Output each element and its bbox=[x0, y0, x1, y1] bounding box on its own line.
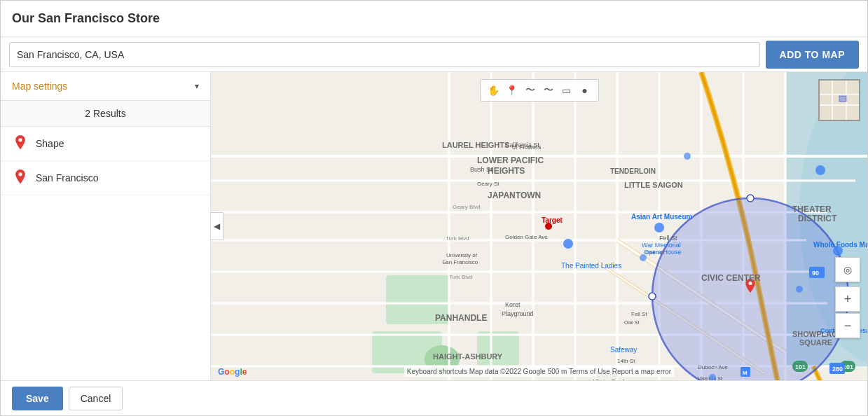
add-to-map-button[interactable]: ADD TO MAP bbox=[766, 41, 859, 69]
search-bar: ADD TO MAP bbox=[1, 37, 867, 72]
svg-text:Opera House: Opera House bbox=[644, 249, 682, 256]
result-item-sf-label: San Francisco bbox=[36, 172, 98, 183]
sidebar-collapse-arrow[interactable]: ◀ bbox=[211, 212, 223, 240]
circle-tool-icon[interactable]: ● bbox=[577, 83, 593, 98]
svg-text:Fell St: Fell St bbox=[659, 235, 677, 242]
map-thumbnail[interactable] bbox=[818, 79, 860, 121]
svg-text:San Francisco: San Francisco bbox=[442, 259, 478, 265]
list-item[interactable]: San Francisco bbox=[1, 161, 210, 195]
svg-text:14th St: 14th St bbox=[617, 358, 635, 364]
svg-text:of Flowers: of Flowers bbox=[512, 144, 542, 151]
svg-text:LAUREL HEIGHTS: LAUREL HEIGHTS bbox=[442, 141, 509, 149]
svg-text:SQUARE: SQUARE bbox=[799, 338, 832, 347]
svg-text:Oak St: Oak St bbox=[624, 320, 639, 325]
svg-text:Turk Blvd: Turk Blvd bbox=[449, 274, 473, 280]
svg-text:Playground: Playground bbox=[502, 310, 534, 317]
svg-text:Koret: Koret bbox=[505, 301, 521, 308]
map-background: California St Bush St Geary St Golden Ga… bbox=[211, 72, 867, 380]
svg-text:Asian Art Museum: Asian Art Museum bbox=[631, 213, 693, 221]
svg-point-90 bbox=[796, 286, 803, 293]
google-logo: Google bbox=[218, 367, 247, 377]
bottom-bar: Save Cancel bbox=[1, 380, 867, 415]
svg-point-81 bbox=[654, 223, 664, 233]
svg-text:The Painted Ladies: The Painted Ladies bbox=[561, 262, 621, 270]
rectangle-tool-icon[interactable]: ▭ bbox=[559, 83, 574, 98]
svg-text:PANHANDLE: PANHANDLE bbox=[435, 313, 487, 323]
map-settings-row[interactable]: Map settings ▾ bbox=[1, 72, 210, 101]
svg-rect-155 bbox=[839, 96, 846, 102]
svg-text:CIVIC CENTER: CIVIC CENTER bbox=[701, 273, 761, 283]
svg-text:THEATER: THEATER bbox=[792, 204, 832, 214]
svg-text:TENDERLOIN: TENDERLOIN bbox=[610, 167, 656, 175]
svg-text:M: M bbox=[743, 370, 748, 376]
zoom-out-button[interactable]: − bbox=[835, 313, 860, 338]
map-attribution: Keyboard shortcuts Map data ©2022 Google… bbox=[404, 366, 674, 377]
svg-point-82 bbox=[815, 165, 825, 175]
app-container: Our San Francisco Store ADD TO MAP Map s… bbox=[0, 0, 868, 416]
svg-point-38 bbox=[747, 195, 754, 202]
map-settings-label: Map settings bbox=[12, 81, 67, 92]
svg-text:Vista Park: Vista Park bbox=[593, 379, 627, 380]
svg-text:Safeway: Safeway bbox=[610, 346, 637, 354]
chevron-down-icon: ▾ bbox=[195, 81, 199, 91]
svg-text:Duboc» Ave: Duboc» Ave bbox=[698, 364, 729, 370]
svg-rect-7 bbox=[477, 331, 519, 366]
svg-point-91 bbox=[684, 153, 691, 160]
results-count: 2 Results bbox=[1, 101, 210, 127]
svg-point-1 bbox=[18, 172, 22, 176]
map-area[interactable]: California St Bush St Geary St Golden Ga… bbox=[211, 72, 867, 380]
hand-tool-icon[interactable]: ✋ bbox=[486, 83, 502, 98]
svg-text:JAPANTOWN: JAPANTOWN bbox=[488, 190, 541, 200]
sidebar: Map settings ▾ 2 Results Shape San Franc… bbox=[1, 72, 211, 380]
svg-text:Whole Foods Market: Whole Foods Market bbox=[813, 241, 867, 249]
search-input[interactable] bbox=[9, 42, 760, 67]
line-tool-icon[interactable]: 〜 bbox=[541, 83, 556, 98]
svg-text:Geary Blvd: Geary Blvd bbox=[453, 204, 481, 210]
svg-text:University of: University of bbox=[446, 252, 478, 258]
svg-point-0 bbox=[18, 138, 22, 141]
polyline-tool-icon[interactable]: 〜 bbox=[523, 83, 538, 98]
map-controls: ◎ + − bbox=[835, 257, 860, 338]
cancel-button[interactable]: Cancel bbox=[69, 387, 123, 410]
svg-text:101: 101 bbox=[795, 363, 806, 370]
svg-text:LITTLE SAIGON: LITTLE SAIGON bbox=[624, 181, 683, 189]
svg-point-80 bbox=[563, 239, 573, 249]
svg-text:280: 280 bbox=[832, 366, 843, 373]
svg-text:Fell St: Fell St bbox=[631, 311, 647, 317]
svg-text:LOWER PACIFIC: LOWER PACIFIC bbox=[477, 155, 544, 165]
pin-icon bbox=[12, 169, 29, 186]
pin-tool-icon[interactable]: 📍 bbox=[504, 83, 520, 98]
svg-text:Golden Gate Ave: Golden Gate Ave bbox=[505, 234, 548, 240]
list-item[interactable]: Shape bbox=[1, 127, 210, 161]
svg-text:HEIGHTS: HEIGHTS bbox=[488, 166, 525, 176]
zoom-in-button[interactable]: + bbox=[835, 286, 860, 312]
map-toolbar: ✋ 📍 〜 〜 ▭ ● bbox=[480, 79, 599, 102]
svg-text:War Memorial: War Memorial bbox=[642, 242, 681, 249]
location-button[interactable]: ◎ bbox=[835, 257, 860, 282]
save-button[interactable]: Save bbox=[12, 387, 63, 410]
svg-text:Target: Target bbox=[542, 216, 563, 224]
title-bar: Our San Francisco Store bbox=[1, 1, 867, 37]
page-title: Our San Francisco Store bbox=[12, 11, 160, 26]
pin-icon bbox=[12, 135, 29, 152]
svg-point-36 bbox=[649, 293, 656, 300]
result-item-shape-label: Shape bbox=[36, 138, 64, 149]
svg-text:HAIGHT-ASHBURY: HAIGHT-ASHBURY bbox=[433, 352, 503, 361]
svg-text:Geary St: Geary St bbox=[477, 181, 500, 187]
svg-text:90: 90 bbox=[812, 270, 819, 277]
main-content: Map settings ▾ 2 Results Shape San Franc… bbox=[1, 72, 867, 380]
svg-text:DISTRICT: DISTRICT bbox=[798, 214, 837, 223]
svg-text:Turk Blvd: Turk Blvd bbox=[446, 235, 469, 242]
